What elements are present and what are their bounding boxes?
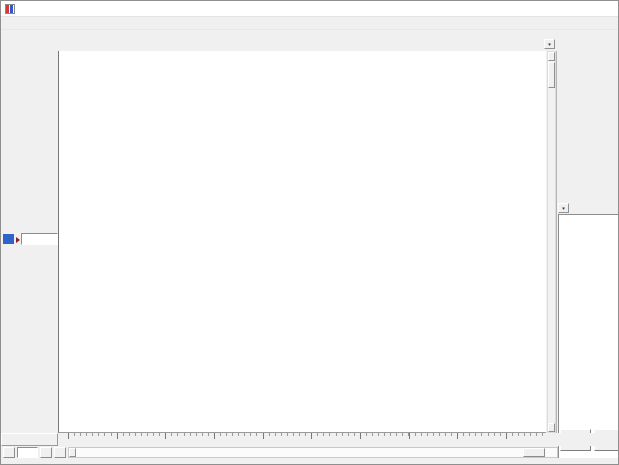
horizontal-scroll-thumb[interactable] (523, 448, 545, 457)
app-icon (5, 4, 15, 14)
menu-bar (1, 17, 619, 29)
toolbar-view (1, 40, 619, 51)
zoom-ratio-box[interactable] (17, 447, 38, 458)
frequency-header-row: ▼ (544, 38, 619, 50)
title-bar (1, 1, 619, 17)
toolbar-main (1, 29, 619, 40)
cursor-x-readout (1, 433, 58, 446)
horizontal-scrollbar[interactable] (68, 447, 558, 458)
waveform-svg (59, 51, 547, 433)
vertical-scrollbar[interactable] (547, 51, 556, 433)
zoom-out-button[interactable] (3, 447, 15, 458)
powergraph-window: ▼ ▼ (0, 0, 619, 465)
scroll-left-icon[interactable] (54, 447, 66, 458)
ruler-ticks (58, 433, 546, 446)
scroll-right-icon[interactable] (69, 448, 76, 457)
status-bar (1, 458, 619, 465)
block-info-panel: ▼ (556, 51, 619, 458)
block-header-row: ▼ (558, 203, 619, 213)
time-ruler (1, 433, 619, 446)
navigation-bar (1, 446, 558, 458)
channel-arrow-icon (16, 237, 20, 243)
vertical-scroll-thumb[interactable] (548, 62, 555, 88)
channel-number-badge[interactable] (3, 234, 14, 244)
channel-value-box[interactable] (21, 233, 58, 245)
scroll-up-icon[interactable] (548, 52, 555, 61)
waveform-plot[interactable] (58, 51, 546, 433)
block-dropdown-icon[interactable]: ▼ (558, 203, 569, 213)
block-list[interactable] (558, 214, 619, 465)
scroll-down-icon[interactable] (548, 423, 555, 432)
zoom-reset-button[interactable] (40, 447, 52, 458)
frequency-dropdown-icon[interactable]: ▼ (544, 39, 555, 49)
